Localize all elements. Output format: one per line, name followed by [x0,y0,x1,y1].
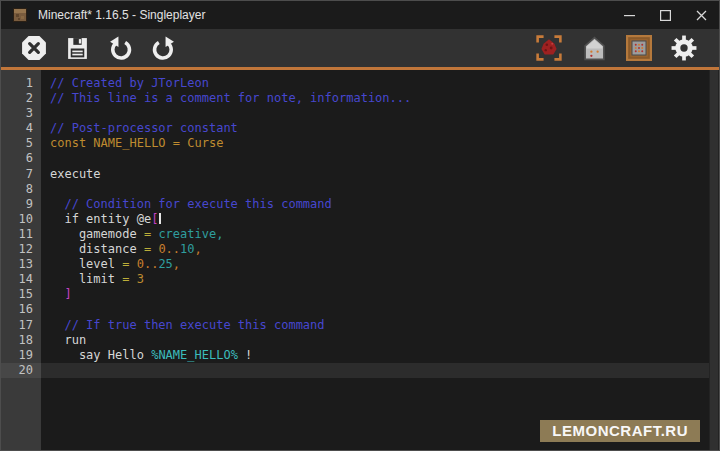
code-line[interactable]: if entity @e[ [41,212,719,227]
window-title: Minecraft* 1.16.5 - Singleplayer [38,8,611,22]
code-token: gamemode [50,227,144,241]
code-line[interactable] [41,106,719,121]
code-token: // Created by JTorLeon [50,76,209,90]
code-token: , [195,242,202,256]
code-token: [ [151,212,158,226]
code-token: distance [50,242,144,256]
code-line[interactable]: // If true then execute this command [41,318,719,333]
code-token: = [122,257,136,271]
code-line[interactable] [41,151,719,166]
code-line[interactable]: // This line is a comment for note, info… [41,91,719,106]
code-line[interactable]: level = 0..25, [41,257,719,272]
undo-button[interactable] [107,35,133,61]
floppy-disk-icon [65,36,90,61]
code-token: say Hello [50,348,151,362]
code-token: 10 [180,242,194,256]
code-token: = [122,272,136,286]
crafting-grid-icon [626,35,652,61]
line-number: 17 [1,318,41,333]
code-token: if entity @e [50,212,151,226]
code-token: // If true then execute this command [50,318,325,332]
code-line[interactable]: // Post-processor constant [41,121,719,136]
code-token: 25 [158,257,172,271]
code-token: 0.. [158,242,180,256]
line-number: 16 [1,302,41,317]
code-token: run [50,333,86,347]
code-line[interactable]: // Condition for execute this command [41,197,719,212]
maximize-button[interactable] [647,1,683,29]
gutter: 1234567891011121314151617181920 [1,70,41,450]
code-token: ! [238,348,252,362]
code-token: limit [50,272,122,286]
minimize-button[interactable] [611,1,647,29]
code-line[interactable]: const NAME_HELLO = Curse [41,136,719,151]
redstone-select-button[interactable] [536,35,562,61]
toolbar [1,29,719,67]
code-token: 0.. [137,257,159,271]
line-number: 4 [1,121,41,136]
code-line[interactable]: limit = 3 [41,272,719,287]
line-number: 6 [1,151,41,166]
line-number: 15 [1,287,41,302]
crafting-button[interactable] [626,35,652,61]
code-token: // Post-processor constant [50,121,238,135]
close-file-button[interactable] [21,35,47,61]
code-token: , [173,257,180,271]
vertical-scrollbar[interactable] [709,70,719,450]
code-line[interactable]: run [41,333,719,348]
minecraft-block-icon [12,7,28,23]
window-controls [611,1,719,29]
code-token: creative, [158,227,223,241]
redo-arrow-icon [151,36,176,61]
code-line[interactable]: gamemode = creative, [41,227,719,242]
close-icon [696,10,707,21]
gear-icon [671,35,697,61]
code-token: 3 [137,272,144,286]
code-area[interactable]: // Created by JTorLeon// This line is a … [41,70,719,450]
save-button[interactable] [64,35,90,61]
code-token: = [144,227,158,241]
code-line[interactable] [41,363,719,378]
line-number: 3 [1,106,41,121]
code-token: level [50,257,122,271]
redstone-dust-selection-icon [536,35,562,61]
code-line[interactable]: say Hello %NAME_HELLO% ! [41,348,719,363]
toolbar-left-group [21,35,176,61]
code-token: execute [50,167,101,181]
line-number: 2 [1,91,41,106]
maximize-icon [660,10,671,21]
line-number: 12 [1,242,41,257]
text-caret [159,213,161,224]
scrollbar-thumb[interactable] [710,70,718,450]
line-number: 18 [1,333,41,348]
watermark: LEMONCRAFT.RU [540,420,700,442]
close-button[interactable] [683,1,719,29]
code-line[interactable]: // Created by JTorLeon [41,76,719,91]
code-token: = [144,242,158,256]
title-bar: Minecraft* 1.16.5 - Singleplayer [1,1,719,29]
redo-button[interactable] [150,35,176,61]
code-line[interactable]: ] [41,287,719,302]
settings-button[interactable] [671,35,697,61]
code-editor[interactable]: 1234567891011121314151617181920 // Creat… [1,70,719,450]
code-line[interactable]: distance = 0..10, [41,242,719,257]
line-number: 19 [1,348,41,363]
code-line[interactable] [41,302,719,317]
line-number: 14 [1,272,41,287]
code-token: // Condition for execute this command [50,197,332,211]
toolbar-right-group [536,35,697,61]
octagon-x-icon [21,35,47,61]
line-number: 9 [1,197,41,212]
code-token: // This line is a comment for note, info… [50,91,411,105]
code-token: const NAME_HELLO = Curse [50,136,223,150]
code-line[interactable] [41,182,719,197]
home-button[interactable] [581,35,607,61]
code-line[interactable]: execute [41,167,719,182]
line-number: 8 [1,182,41,197]
minimize-icon [624,10,635,21]
home-badge-icon [582,36,607,61]
line-number: 1 [1,76,41,91]
line-number: 5 [1,136,41,151]
line-number: 20 [1,363,41,378]
undo-arrow-icon [108,36,133,61]
